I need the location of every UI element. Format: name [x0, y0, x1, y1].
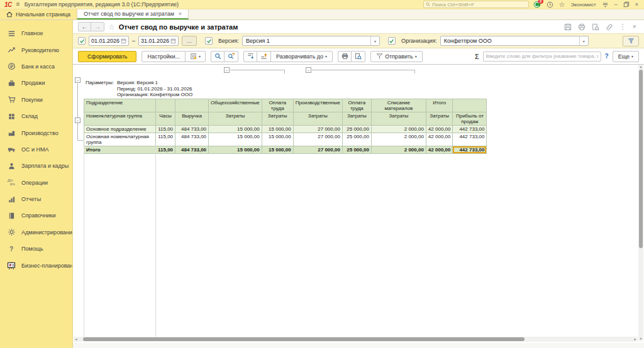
sidebar-item-help[interactable]: ? Помощь	[0, 241, 72, 257]
restore-button[interactable]	[623, 1, 630, 8]
column-group-collapse-box[interactable]: -	[224, 67, 230, 73]
cell[interactable]: 2 000,00	[371, 146, 426, 154]
sidebar-item-administration[interactable]: Администрирование	[0, 224, 72, 241]
horizontal-scroll-thumb[interactable]	[83, 337, 525, 341]
cell[interactable]: 15 000,00	[209, 133, 262, 146]
report-variants-button[interactable]: ▾	[186, 51, 206, 62]
sidebar-item-sales[interactable]: Продажи	[0, 75, 72, 91]
row-label[interactable]: Основное подразделение	[84, 126, 156, 133]
row-label[interactable]: Основная номенклатурная группа	[84, 133, 156, 146]
settings-button[interactable]: Настройки...	[142, 51, 186, 62]
calendar-icon[interactable]	[121, 38, 126, 44]
cell[interactable]: 484 733,00	[175, 146, 209, 154]
cell[interactable]: 115,00	[156, 133, 175, 146]
sidebar-item-purchases[interactable]: Покупки	[0, 92, 72, 108]
chevron-down-icon[interactable]: ▾	[370, 36, 379, 45]
collapse-groups-button[interactable]	[257, 51, 271, 62]
scroll-left-arrow[interactable]: ◄	[74, 337, 79, 342]
help-icon[interactable]: ?	[605, 53, 609, 60]
column-group-collapse-box[interactable]: -	[306, 67, 311, 73]
row-group-collapse-box[interactable]: -	[75, 117, 80, 123]
cell[interactable]: 2 000,00	[371, 133, 426, 146]
print-icon[interactable]	[578, 23, 586, 31]
settings-menu-icon[interactable]	[602, 1, 609, 8]
sidebar-item-salary[interactable]: Зарплата и кадры	[0, 158, 72, 174]
main-menu-icon[interactable]: ≡	[16, 1, 20, 8]
cell[interactable]: 25 000,00	[342, 146, 371, 154]
scroll-right-arrow[interactable]: ►	[633, 337, 638, 342]
version-checkbox[interactable]	[205, 37, 213, 45]
sidebar-item-production[interactable]: Производство	[0, 124, 72, 141]
favorites-star-icon[interactable]: ☆	[559, 2, 565, 8]
scroll-down-arrow[interactable]: ▼	[638, 337, 643, 341]
period-options-button[interactable]: ...	[182, 36, 197, 46]
global-search-input[interactable]	[432, 2, 526, 8]
sidebar-item-reports[interactable]: Отчеты	[0, 191, 72, 207]
selected-cell[interactable]: 442 733,00	[453, 146, 487, 154]
cell[interactable]: 27 000,00	[293, 146, 342, 154]
table-row[interactable]: Основное подразделение 115,00 484 733,00…	[84, 126, 487, 133]
sidebar-item-os-nma[interactable]: ОС и НМА	[0, 141, 72, 158]
org-checkbox[interactable]	[388, 37, 396, 45]
sidebar-item-warehouse[interactable]: Склад	[0, 108, 72, 124]
cell[interactable]: 15 000,00	[209, 146, 262, 154]
horizontal-scrollbar[interactable]: ◄ ►	[74, 337, 638, 342]
current-user[interactable]: Экономист	[570, 2, 596, 8]
cell[interactable]: 115,00	[156, 146, 175, 154]
cell[interactable]: 42 000,00	[426, 126, 453, 133]
scroll-up-arrow[interactable]: ▲	[638, 65, 643, 69]
favorite-star-icon[interactable]: ☆	[108, 23, 115, 31]
quick-filter-input[interactable]	[483, 52, 601, 62]
tab-close-icon[interactable]: ×	[179, 11, 182, 17]
close-report-icon[interactable]: ×	[633, 23, 636, 30]
calendar-icon[interactable]	[170, 38, 176, 44]
cell[interactable]: 25 000,00	[342, 126, 371, 133]
cell[interactable]: 25 000,00	[342, 133, 371, 146]
cell[interactable]: 27 000,00	[293, 126, 342, 133]
table-total-row[interactable]: Итого 115,00 484 733,00 15 000,00 15 000…	[84, 146, 487, 154]
minimize-button[interactable]: –	[614, 2, 618, 8]
tab-home[interactable]: Начальная страница	[0, 9, 77, 19]
cell[interactable]: 42 000,00	[426, 133, 453, 146]
back-button[interactable]: ←	[78, 22, 91, 31]
cell[interactable]: 115,00	[156, 126, 175, 133]
spreadsheet-area[interactable]: - - - - Параметры: Версия: Версия 1 Пери…	[73, 65, 644, 348]
organization-select[interactable]: Конфетпром ООО ▾	[440, 36, 589, 46]
table-row[interactable]: Основная номенклатурная группа 115,00 48…	[84, 133, 487, 146]
forward-button[interactable]: →	[91, 22, 104, 31]
tab-report[interactable]: Отчет свод по выручке и затратам ×	[77, 9, 189, 19]
find-next-button[interactable]	[225, 51, 238, 62]
sidebar-item-business-planning[interactable]: Бизнес-планирование	[0, 257, 72, 273]
cell[interactable]: 15 000,00	[262, 133, 293, 146]
find-button[interactable]	[211, 51, 225, 62]
support-center-icon[interactable]: 2	[533, 1, 541, 8]
global-search-box[interactable]	[423, 1, 529, 8]
generate-button[interactable]: Сформировать	[78, 51, 136, 62]
save-icon[interactable]	[564, 23, 572, 31]
version-select[interactable]: Версия 1 ▾	[242, 36, 380, 46]
vertical-scroll-thumb[interactable]	[639, 70, 643, 248]
cell[interactable]: 27 000,00	[293, 133, 342, 146]
link-icon[interactable]	[606, 23, 613, 31]
cell[interactable]: 15 000,00	[262, 146, 293, 154]
cell[interactable]: 484 733,00	[175, 133, 209, 146]
print-button[interactable]	[338, 51, 352, 62]
cell[interactable]: 442 733,00	[453, 126, 487, 133]
send-button[interactable]: Отправить ▾	[370, 51, 423, 62]
sidebar-item-main[interactable]: Главное	[0, 25, 72, 41]
date-from-field[interactable]: 01.01.2026	[89, 36, 129, 46]
more-button[interactable]: Еще ▾	[613, 51, 639, 62]
date-to-field[interactable]: 31.01.2026	[138, 36, 179, 46]
row-group-collapse-box[interactable]: -	[75, 77, 80, 83]
sidebar-item-bank[interactable]: Банк и касса	[0, 58, 72, 75]
print-preview-button[interactable]	[352, 51, 365, 62]
close-window-button[interactable]: ×	[635, 2, 638, 8]
sidebar-item-manager[interactable]: Руководителю	[0, 41, 72, 58]
sum-icon[interactable]: Σ	[475, 53, 479, 60]
cell[interactable]: 484 733,00	[175, 126, 209, 133]
expand-to-button[interactable]: Разворачивать до ▾	[271, 51, 333, 62]
vertical-scrollbar[interactable]: ▲ ▼	[638, 65, 643, 341]
kebab-menu-icon[interactable]: ⋮	[619, 23, 626, 30]
cell[interactable]: 2 000,00	[371, 126, 426, 133]
preview-icon[interactable]	[592, 23, 599, 31]
